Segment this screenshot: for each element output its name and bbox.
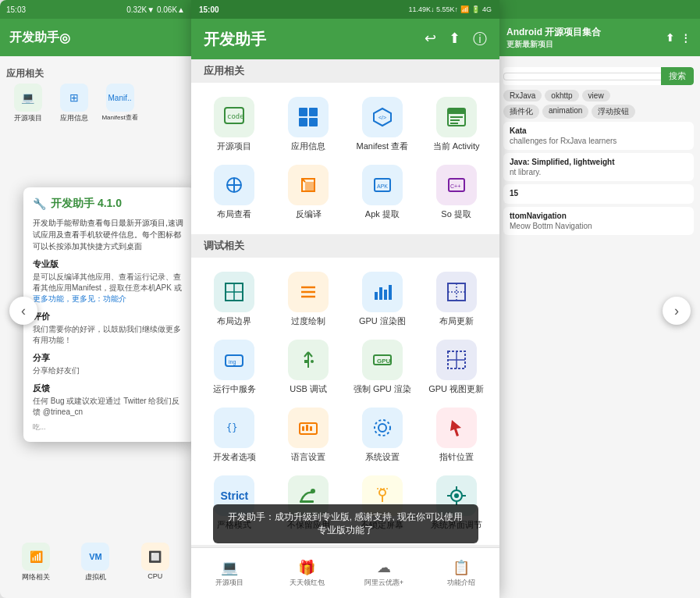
left-icon-manifest[interactable]: Manif.. Manifest查看 bbox=[98, 84, 141, 123]
icon-so[interactable]: C++ So 提取 bbox=[419, 158, 493, 226]
signal-icon: 📶 bbox=[460, 5, 469, 13]
layout-label: 布局查看 bbox=[217, 208, 251, 220]
tag-view[interactable]: view bbox=[582, 90, 610, 101]
icon-usb[interactable]: USB 调试 bbox=[272, 333, 346, 401]
layoutrefresh-icon bbox=[436, 272, 477, 312]
icon-devopt[interactable]: {} 开发者选项 bbox=[197, 401, 272, 469]
left-app-title: 开发助手 bbox=[9, 30, 59, 46]
tag-okhttp[interactable]: okhttp bbox=[545, 90, 578, 101]
service-label: 运行中服务 bbox=[213, 383, 256, 395]
forcegpu-icon: GPU bbox=[362, 340, 403, 380]
bottom-nav-kaiyuan[interactable]: 💻 开源项目 bbox=[191, 548, 268, 598]
right-item2-title: Java: Simplified, lightweight bbox=[510, 158, 688, 166]
icon-lang[interactable]: 语言设置 bbox=[272, 401, 346, 469]
svg-text:ing: ing bbox=[229, 359, 236, 365]
icon-forcegpu[interactable]: GPU 强制 GPU 渲染 bbox=[346, 333, 420, 401]
gpuview-label: GPU 视图更新 bbox=[428, 383, 484, 395]
left-icon-kaiyuan[interactable]: 💻 开源项目 bbox=[6, 84, 49, 123]
left-kaiyuan-icon: 💻 bbox=[14, 84, 42, 112]
right-header-share-icon[interactable]: ⬆ bbox=[666, 32, 674, 44]
gpuchart-icon bbox=[362, 272, 403, 312]
overdraw-label: 过度绘制 bbox=[291, 315, 325, 327]
pointer-label: 指针位置 bbox=[439, 451, 474, 463]
svg-rect-50 bbox=[302, 426, 304, 431]
svg-point-42 bbox=[311, 360, 314, 363]
icon-apk[interactable]: APK Apk 提取 bbox=[346, 158, 420, 226]
layout-icon bbox=[214, 165, 254, 205]
icon-pointer[interactable]: 指针位置 bbox=[419, 401, 493, 469]
forward-arrow-button[interactable]: › bbox=[663, 297, 691, 325]
svg-marker-17 bbox=[305, 182, 314, 191]
overdraw-icon bbox=[288, 272, 329, 312]
section-debug-grid: 布局边界 过度绘制 GPU 渲染图 布局更新 bbox=[191, 258, 499, 545]
header-share-icon[interactable]: ⬆ bbox=[449, 30, 460, 48]
icon-appinfo[interactable]: 应用信息 bbox=[272, 91, 346, 158]
icon-border[interactable]: 布局边界 bbox=[197, 265, 272, 333]
svg-text:GPU: GPU bbox=[377, 358, 391, 365]
main-app-header: 开发助手 ↩ ⬆ ⓘ bbox=[191, 19, 499, 59]
pointer-icon bbox=[436, 408, 477, 448]
svg-rect-4 bbox=[299, 118, 307, 126]
header-refresh-icon[interactable]: ↩ bbox=[425, 30, 436, 48]
layoutrefresh-label: 布局更新 bbox=[439, 315, 474, 327]
icon-gpuview[interactable]: GPU 视图更新 bbox=[419, 333, 493, 401]
tag-rxjava[interactable]: RxJava bbox=[503, 90, 542, 101]
right-list-item-2[interactable]: Java: Simplified, lightweight nt library… bbox=[503, 153, 694, 181]
icon-manifest[interactable]: </> Manifest 查看 bbox=[346, 91, 420, 158]
left-bottom-icons: 📶 网络相关 VM 虚拟机 🔲 CPU bbox=[0, 543, 191, 582]
tag-float[interactable]: 浮动按钮 bbox=[592, 105, 635, 119]
left-network-label: 网络相关 bbox=[22, 572, 50, 582]
search-input[interactable] bbox=[503, 73, 661, 80]
left-kaiyuan-label: 开源项目 bbox=[14, 113, 42, 123]
right-list-item-1[interactable]: Kata challenges for RxJava learners bbox=[503, 122, 694, 150]
svg-rect-12 bbox=[450, 123, 458, 124]
service-icon: ing bbox=[214, 340, 254, 380]
icon-gpuchart[interactable]: GPU 渲染图 bbox=[346, 265, 420, 333]
right-content: 搜索 RxJava okhttp view 插件化 animation 浮动按钮… bbox=[497, 56, 700, 244]
left-icon-appinfo[interactable]: ⊞ 应用信息 bbox=[52, 84, 95, 123]
icon-overdraw[interactable]: 过度绘制 bbox=[272, 265, 346, 333]
bottom-nav-redpack[interactable]: 🎁 天天领红包 bbox=[268, 548, 346, 598]
usb-label: USB 调试 bbox=[290, 383, 327, 395]
bottom-nav-intro[interactable]: 📋 功能介绍 bbox=[422, 548, 499, 598]
section-app-header: 应用相关 bbox=[191, 59, 499, 83]
tag-row: RxJava okhttp view bbox=[503, 90, 694, 101]
left-header: 开发助手 ◎ bbox=[0, 19, 191, 56]
so-icon: C++ bbox=[436, 165, 477, 205]
svg-rect-10 bbox=[450, 116, 463, 118]
icon-decompile[interactable]: 反编译 bbox=[272, 158, 346, 226]
tag-plugin[interactable]: 插件化 bbox=[503, 105, 539, 119]
back-arrow-button[interactable]: ‹ bbox=[9, 297, 37, 325]
so-label: So 提取 bbox=[441, 208, 471, 220]
left-vm-icon-item[interactable]: VM 虚拟机 bbox=[74, 543, 117, 582]
right-list-item-4[interactable]: ttomNavigation Meow Bottm Navigation bbox=[503, 207, 694, 235]
forcegpu-label: 强制 GPU 渲染 bbox=[354, 383, 411, 395]
main-panel: 15:00 11.49K↓ 5.55K↑ 📶 🔋 4G 开发助手 ↩ ⬆ ⓘ 应… bbox=[191, 0, 499, 598]
right-item1-title: Kata bbox=[510, 126, 688, 135]
header-info-icon[interactable]: ⓘ bbox=[473, 30, 487, 48]
svg-point-62 bbox=[454, 493, 459, 498]
main-status-icons: 11.49K↓ 5.55K↑ 📶 🔋 4G bbox=[408, 5, 492, 13]
left-header-icon: ◎ bbox=[59, 30, 70, 45]
network-type-icon: 4G bbox=[482, 5, 492, 13]
icon-service[interactable]: ing 运行中服务 bbox=[197, 333, 272, 401]
right-header-more-icon[interactable]: ⋮ bbox=[680, 32, 691, 44]
left-network-icon-item[interactable]: 📶 网络相关 bbox=[15, 543, 58, 582]
left-section-app: 应用相关 bbox=[6, 67, 185, 80]
bottom-nav-aliyun[interactable]: ☁ 阿里云优惠+ bbox=[346, 548, 423, 598]
right-list-item-3[interactable]: 15 bbox=[503, 184, 694, 204]
bottom-nav-aliyun-icon: ☁ bbox=[377, 559, 391, 576]
icon-sysset[interactable]: 系统设置 bbox=[346, 401, 420, 469]
search-button[interactable]: 搜索 bbox=[661, 67, 694, 85]
icon-layout[interactable]: 布局查看 bbox=[197, 158, 272, 226]
appinfo-icon bbox=[288, 97, 329, 137]
tag-animation[interactable]: animation bbox=[542, 105, 588, 119]
left-cpu-icon-item[interactable]: 🔲 CPU bbox=[133, 543, 176, 582]
icon-kaiyuan[interactable]: code 开源项目 bbox=[197, 91, 272, 158]
gpuview-icon bbox=[436, 340, 477, 380]
icon-layoutrefresh[interactable]: 布局更新 bbox=[419, 265, 493, 333]
devopt-label: 开发者选项 bbox=[213, 451, 256, 463]
manifest-label: Manifest 查看 bbox=[357, 141, 409, 152]
main-time: 15:00 bbox=[199, 5, 219, 14]
icon-activity[interactable]: 当前 Activity bbox=[419, 91, 493, 158]
